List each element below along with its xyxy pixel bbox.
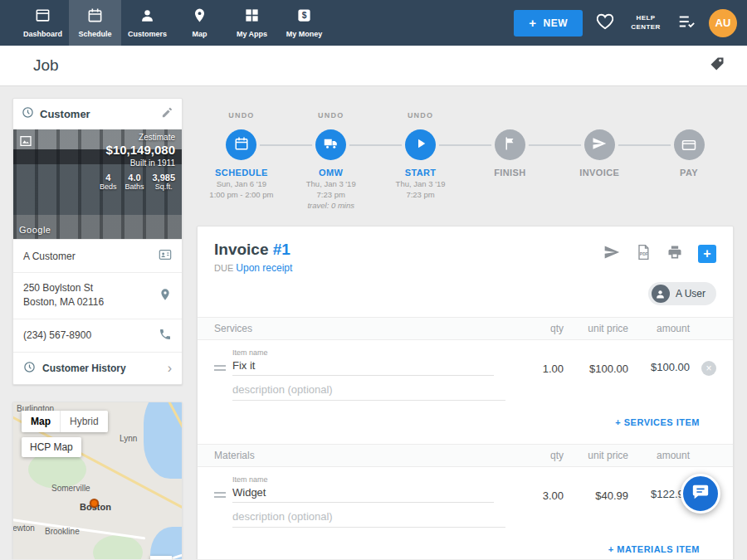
step-datetime: Sun, Jan 6 '191:00 pm - 2:00 pm [209,179,273,201]
customer-address: 250 Boylston St Boston, MA 02116 [23,281,104,310]
invoice-due: DUE Upon receipt [214,262,292,274]
add-services-item-link[interactable]: + SERVICES ITEM [615,417,700,427]
job-status-timeline: UNDO SCHEDULE Sun, Jan 6 '191:00 pm - 2:… [197,98,734,216]
zestimate-value: $10,149,080 [100,143,175,157]
drag-handle-icon[interactable] [214,492,232,498]
zestimate-label: Zestimate [100,133,175,142]
property-photo: Zestimate $10,149,080 Built in 1911 4Bed… [13,129,182,239]
nav-my-apps[interactable]: My Apps [226,0,278,46]
customer-name-row: A Customer [13,239,182,272]
step-datetime: Thu, Jan 3 '197:23 pmtravel: 0 mins [306,179,356,211]
map-label: Lynn [120,434,137,443]
step-label[interactable]: START [405,168,437,178]
item-description-input[interactable] [232,381,505,401]
phone-icon[interactable] [159,328,172,343]
material-item-row: Item name 3.00 $40.99 $122.97 × [198,467,733,503]
nav-label: Schedule [78,30,111,38]
start-step-button[interactable] [405,129,436,160]
assignee-name: A User [676,288,706,299]
contact-card-icon[interactable] [159,248,172,264]
assignee-chip[interactable]: A User [648,282,716,305]
map-park [93,535,143,559]
heart-icon [596,12,614,33]
item-name-input[interactable] [232,484,494,503]
location-pin-icon[interactable] [159,288,172,304]
map-view-button[interactable]: Map [22,411,60,432]
step-label[interactable]: OMW [319,168,343,178]
item-amount: $100.00 [628,361,690,373]
nav-my-money[interactable]: $ My Money [278,0,330,46]
nav-dashboard[interactable]: Dashboard [17,0,69,46]
tasks-menu-button[interactable] [677,12,696,33]
map-card: Burlington Lynn Somerville Boston Newton… [12,402,183,559]
zoom-in-button[interactable]: + [150,556,172,559]
map-canvas[interactable]: Burlington Lynn Somerville Boston Newton… [13,402,182,559]
stat-beds: 4Beds [100,173,117,191]
user-avatar[interactable]: AU [709,9,737,37]
finish-step-button[interactable] [495,129,525,160]
step-label: PAY [680,168,698,178]
item-name-input[interactable] [232,357,494,376]
item-name-field: Item name [232,348,505,376]
item-description-input[interactable] [232,508,505,528]
photo-icon [19,134,32,151]
credit-card-icon[interactable] [674,129,705,160]
item-name-label: Item name [232,348,494,357]
primary-nav: Dashboard Schedule Customers Map My Apps… [17,0,330,46]
new-button[interactable]: + NEW [514,10,583,37]
invoice-header: Invoice #1 DUE Upon receipt PDF + [198,226,733,274]
service-desc-row [198,376,733,401]
print-icon[interactable] [666,244,683,264]
flag-icon [502,136,517,154]
history-clock-icon [22,106,34,122]
nav-customers[interactable]: Customers [121,0,173,46]
item-qty[interactable]: 1.00 [505,363,564,375]
customer-name: A Customer [23,251,76,262]
hybrid-view-button[interactable]: Hybrid [60,411,108,432]
schedule-step-button[interactable] [226,129,256,160]
calendar-icon [87,7,103,27]
undo-link[interactable]: UNDO [228,111,254,124]
add-materials-item-link[interactable]: + MATERIALS ITEM [608,544,700,554]
invoice-step-button[interactable] [584,129,615,160]
item-qty[interactable]: 3.00 [505,489,564,502]
edit-pencil-icon[interactable] [161,106,173,122]
col-amount: amount [628,323,690,334]
calendar-icon [234,136,249,154]
hcp-map-button[interactable]: HCP Map [22,437,81,457]
invoice-number[interactable]: #1 [273,241,290,258]
referrals-heart-button[interactable] [596,12,614,33]
col-unit-price: unit price [564,323,628,334]
item-unit-price[interactable]: $40.99 [564,489,628,502]
chat-bubble-button[interactable] [681,474,720,514]
add-service-row: + SERVICES ITEM [198,401,733,441]
remove-item-icon[interactable]: × [701,361,716,376]
step-pay: PAY [644,111,734,216]
nav-label: Map [193,30,208,38]
add-invoice-button[interactable]: + [698,245,716,263]
omw-step-button[interactable] [315,129,346,160]
step-omw: UNDO OMW Thu, Jan 3 '197:23 pmtravel: 0 … [286,111,376,216]
app-window: Dashboard Schedule Customers Map My Apps… [0,0,747,560]
step-label[interactable]: SCHEDULE [215,168,268,178]
travel-time: travel: 0 mins [306,201,356,212]
assignee-avatar [652,285,670,303]
pdf-icon[interactable]: PDF [635,244,652,264]
history-clock-icon [23,361,36,376]
help-center-link[interactable]: HELP CENTER [627,14,664,32]
nav-map[interactable]: Map [173,0,226,46]
send-invoice-icon[interactable] [603,244,620,264]
truck-icon [324,136,339,154]
undo-link[interactable]: UNDO [318,111,344,124]
job-location-marker[interactable] [90,499,99,508]
services-header: Services qty unit price amount [198,317,733,340]
job-tags-icon[interactable] [709,56,725,75]
materials-header: Materials qty unit price amount [198,444,733,467]
due-terms-link[interactable]: Upon receipt [236,262,292,274]
drag-handle-icon[interactable] [214,365,232,371]
undo-link[interactable]: UNDO [408,111,433,124]
item-unit-price[interactable]: $100.00 [564,363,628,375]
nav-schedule[interactable]: Schedule [69,0,121,46]
customer-history-row[interactable]: Customer History › [13,352,182,384]
step-invoice: INVOICE [554,111,644,216]
